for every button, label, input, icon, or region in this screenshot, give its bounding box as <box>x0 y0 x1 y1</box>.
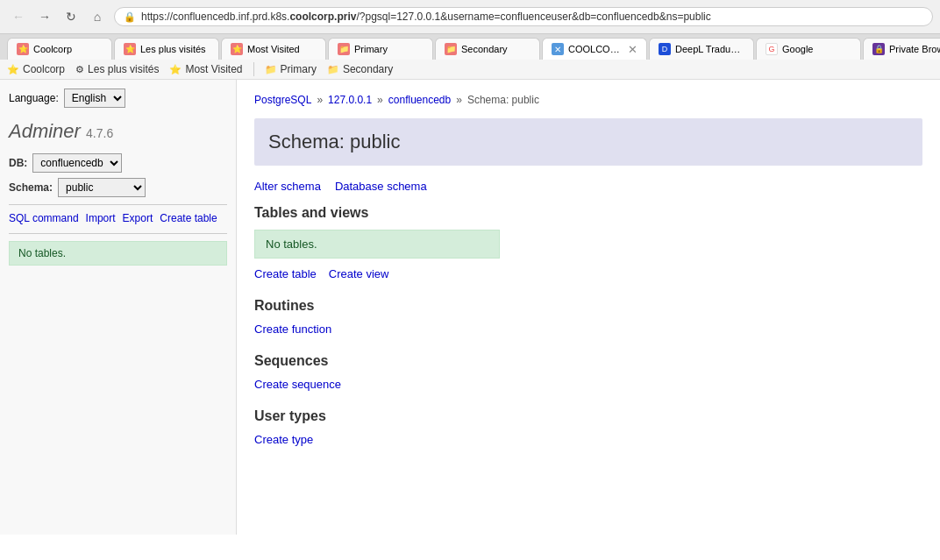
tab-label-secondary: Secondary <box>461 44 531 54</box>
breadcrumb-db[interactable]: confluencedb <box>388 94 451 106</box>
alter-schema-link[interactable]: Alter schema <box>254 180 321 193</box>
breadcrumb-sep-1: » <box>317 94 323 106</box>
coolcorp-favicon: ⭐ <box>17 43 29 55</box>
create-type-link[interactable]: Create type <box>254 433 313 446</box>
most-visited-bm-icon: ⭐ <box>169 64 182 75</box>
forward-button[interactable]: → <box>33 5 56 28</box>
routines-section: Routines Create function <box>254 298 922 336</box>
bookmark-primary-label: Primary <box>281 63 317 75</box>
breadcrumb: PostgreSQL » 127.0.0.1 » confluencedb » … <box>254 94 922 106</box>
db-label: DB: <box>9 157 27 169</box>
bookmark-primary[interactable]: 📁 Primary <box>265 63 317 75</box>
tab-private[interactable]: 🔒 Private Browsing <box>863 38 940 60</box>
tab-label-coolcorp-active: COOLCORP - Conflue... <box>568 44 623 54</box>
schema-title: Schema: public <box>268 131 908 153</box>
tab-primary[interactable]: 📁 Primary <box>328 38 433 60</box>
tab-deepl[interactable]: D DeepL Traducteur <box>649 38 754 60</box>
primary-bm-icon: 📁 <box>265 64 277 75</box>
bookmark-secondary-label: Secondary <box>343 63 393 75</box>
tab-coolcorp[interactable]: ⭐ Coolcorp <box>7 38 112 60</box>
bookmarks-bar: ⭐ Coolcorp ⚙ Les plus visités ⭐ Most Vis… <box>0 60 940 80</box>
back-button[interactable]: ← <box>7 5 30 28</box>
database-schema-link[interactable]: Database schema <box>335 180 427 193</box>
create-function-link[interactable]: Create function <box>254 323 331 336</box>
tab-most-visited[interactable]: ⭐ Most Visited <box>221 38 326 60</box>
sidebar-no-tables: No tables. <box>9 241 227 266</box>
user-types-heading: User types <box>254 408 922 424</box>
private-favicon: 🔒 <box>872 43 885 55</box>
address-bar[interactable]: 🔒 https://confluencedb.inf.prd.k8s.coolc… <box>114 7 933 26</box>
language-select[interactable]: English <box>64 89 125 108</box>
tab-close-icon[interactable]: ✕ <box>628 44 637 55</box>
url-display: https://confluencedb.inf.prd.k8s.coolcor… <box>141 11 923 23</box>
tab-google[interactable]: G Google <box>756 38 861 60</box>
sequences-actions: Create sequence <box>254 378 922 391</box>
tab-label-coolcorp: Coolcorp <box>33 44 103 54</box>
import-link[interactable]: Import <box>86 212 116 224</box>
user-types-section: User types Create type <box>254 408 922 446</box>
schema-header: Schema: public <box>254 118 922 166</box>
tab-coolcorp-active[interactable]: ✕ COOLCORP - Conflue... ✕ <box>542 38 647 60</box>
schema-label: Schema: <box>9 181 53 194</box>
secondary-favicon: 📁 <box>445 43 457 55</box>
language-row: Language: English <box>9 89 227 108</box>
breadcrumb-postgresql[interactable]: PostgreSQL <box>254 94 311 106</box>
les-plus-bm-icon: ⚙ <box>75 64 84 75</box>
bookmark-secondary[interactable]: 📁 Secondary <box>327 63 393 75</box>
sql-command-link[interactable]: SQL command <box>9 212 79 224</box>
breadcrumb-sep-3: » <box>456 94 462 106</box>
breadcrumb-sep-2: » <box>377 94 383 106</box>
bookmark-separator <box>253 62 254 76</box>
tab-secondary[interactable]: 📁 Secondary <box>435 38 540 60</box>
create-table-sidebar-link[interactable]: Create table <box>160 212 217 224</box>
primary-favicon: 📁 <box>338 43 350 55</box>
sidebar-divider-2 <box>9 233 227 234</box>
export-link[interactable]: Export <box>123 212 153 224</box>
routines-heading: Routines <box>254 298 922 314</box>
tables-heading: Tables and views <box>254 205 922 221</box>
reload-button[interactable]: ↻ <box>60 5 82 28</box>
sequences-section: Sequences Create sequence <box>254 353 922 391</box>
tabs-bar: ⭐ Coolcorp ⭐ Les plus visités ⭐ Most Vis… <box>0 34 940 60</box>
bookmark-les-plus[interactable]: ⚙ Les plus visités <box>75 63 159 75</box>
coolcorp-bm-icon: ⭐ <box>7 64 19 75</box>
sequences-heading: Sequences <box>254 353 922 369</box>
create-table-link[interactable]: Create table <box>254 267 317 280</box>
sidebar-divider <box>9 204 227 205</box>
sidebar-nav: SQL command Import Export Create table <box>9 212 227 224</box>
language-label: Language: <box>9 92 59 104</box>
table-actions: Create table Create view <box>254 267 922 280</box>
create-view-link[interactable]: Create view <box>329 267 389 280</box>
google-favicon: G <box>766 43 778 55</box>
tab-les-plus[interactable]: ⭐ Les plus visités <box>114 38 219 60</box>
tab-label-les-plus: Les plus visités <box>140 44 210 54</box>
schema-actions: Alter schema Database schema <box>254 180 922 193</box>
bookmark-coolcorp-label: Coolcorp <box>23 63 65 75</box>
breadcrumb-schema: Schema: public <box>467 94 539 106</box>
breadcrumb-ip[interactable]: 127.0.0.1 <box>328 94 372 106</box>
tables-section: Tables and views No tables. Create table… <box>254 205 922 280</box>
app-version: 4.7.6 <box>86 126 113 140</box>
schema-row: Schema: public <box>9 178 227 197</box>
deepl-favicon: D <box>659 43 671 55</box>
main-content: PostgreSQL » 127.0.0.1 » confluencedb » … <box>237 80 940 535</box>
bookmark-most-visited[interactable]: ⭐ Most Visited <box>169 63 242 75</box>
coolcorp-active-favicon: ✕ <box>552 43 564 55</box>
bookmark-coolcorp[interactable]: ⭐ Coolcorp <box>7 63 65 75</box>
no-tables-main: No tables. <box>254 230 500 259</box>
bookmark-les-plus-label: Les plus visités <box>88 63 159 75</box>
schema-select[interactable]: public <box>58 178 146 197</box>
tab-label-most-visited: Most Visited <box>247 44 317 54</box>
db-select[interactable]: confluencedb <box>32 153 122 173</box>
app-title: Adminer 4.7.6 <box>9 120 227 143</box>
db-row: DB: confluencedb <box>9 153 227 173</box>
secondary-bm-icon: 📁 <box>327 64 339 75</box>
most-visited-favicon: ⭐ <box>231 43 243 55</box>
tab-label-deepl: DeepL Traducteur <box>675 44 744 54</box>
create-sequence-link[interactable]: Create sequence <box>254 378 341 391</box>
sidebar: Language: English Adminer 4.7.6 DB: conf… <box>0 80 237 535</box>
user-types-actions: Create type <box>254 433 922 446</box>
les-plus-favicon: ⭐ <box>124 43 136 55</box>
routines-actions: Create function <box>254 323 922 336</box>
home-button[interactable]: ⌂ <box>86 5 109 28</box>
